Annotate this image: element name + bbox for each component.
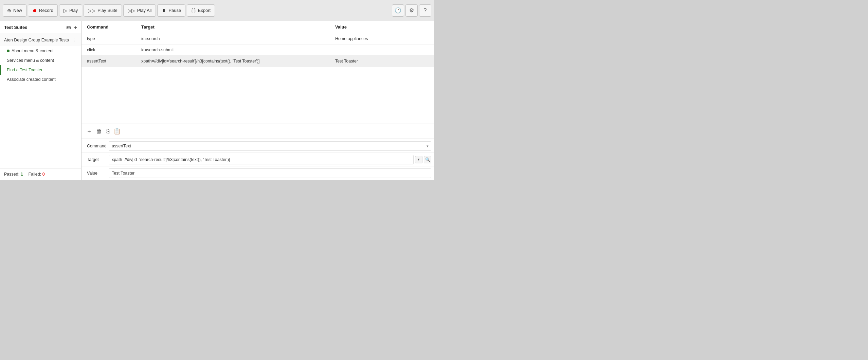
test-list: About menu & contentServices menu & cont… [0, 46, 81, 84]
add-suite-icon[interactable]: + [74, 24, 77, 30]
passed-value: 1 [21, 172, 23, 177]
cell-target: id=search-submit [136, 44, 330, 56]
value-input[interactable] [109, 168, 431, 178]
play-suite-label: Play Suite [97, 8, 117, 13]
failed-label: Failed: 0 [29, 172, 45, 177]
play-all-button[interactable]: ▷▷ Play All [123, 4, 156, 17]
command-tbody: typeid=searchHome appliancesclickid=sear… [82, 33, 434, 67]
play-suite-button[interactable]: ▷▷ Play Suite [84, 4, 122, 17]
sidebar-header: Test Suites 🗁 + [0, 21, 81, 34]
record-label: Record [39, 8, 53, 13]
target-search-icon[interactable]: 🔍 [424, 156, 431, 163]
cell-command: assertText [82, 56, 136, 67]
editor-target-field: ▾ 🔍 [109, 155, 434, 164]
cell-target: id=search [136, 33, 330, 44]
test-item-label: Find a Test Toaster [7, 68, 42, 72]
new-button[interactable]: ⊕ New [3, 4, 26, 17]
editor-command-row: Command assertText [82, 139, 434, 153]
sidebar-header-actions: 🗁 + [66, 24, 77, 30]
play-label: Play [69, 8, 78, 13]
cell-target: xpath=//div[id='search-result']/h3[conta… [136, 56, 330, 67]
editor-target-row: Target ▾ 🔍 [82, 153, 434, 166]
command-select-wrapper: assertText [109, 141, 431, 151]
paste-command-icon[interactable]: 📋 [113, 128, 121, 135]
folder-icon[interactable]: 🗁 [66, 24, 71, 30]
editor-command-label: Command [82, 140, 109, 152]
help-icon: ? [424, 7, 427, 14]
cell-command: click [82, 44, 136, 56]
play-button[interactable]: ▷ Play [59, 4, 82, 17]
new-label: New [13, 8, 22, 13]
sidebar-test-item[interactable]: Associate created content [0, 75, 81, 84]
col-header-target: Target [136, 21, 330, 33]
export-icon: { } [191, 8, 196, 13]
gear-icon: ⚙ [409, 7, 414, 14]
test-item-label: Services menu & content [7, 58, 54, 63]
toolbar: ⊕ New ⏺ Record ▷ Play ▷▷ Play Suite ▷▷ P… [0, 0, 434, 21]
sidebar-test-item[interactable]: Services menu & content [0, 56, 81, 65]
col-header-command: Command [82, 21, 136, 33]
test-item-label: About menu & content [12, 49, 54, 53]
editor-value-field [109, 168, 434, 178]
pause-button[interactable]: ⏸ Pause [157, 4, 185, 17]
cell-value: Test Toaster [330, 56, 434, 67]
suite-group: Aten Design Group Example Tests ⋮ About … [0, 34, 81, 168]
table-row[interactable]: clickid=search-submit [82, 44, 434, 56]
editor-command-field: assertText [109, 141, 434, 151]
target-input-wrapper: ▾ 🔍 [109, 155, 431, 164]
export-button[interactable]: { } Export [187, 4, 215, 17]
sidebar-test-item[interactable]: About menu & content [0, 46, 81, 56]
copy-command-icon[interactable]: ⎘ [106, 128, 109, 135]
add-command-icon[interactable]: ＋ [86, 127, 92, 135]
help-button[interactable]: ? [419, 4, 431, 17]
col-header-value: Value [330, 21, 434, 33]
export-label: Export [198, 8, 211, 13]
suite-name-row: Aten Design Group Example Tests ⋮ [0, 34, 81, 46]
command-select[interactable]: assertText [109, 141, 431, 151]
delete-command-icon[interactable]: 🗑 [96, 128, 102, 135]
record-icon: ⏺ [32, 8, 37, 13]
editor-value-row: Value [82, 166, 434, 180]
play-all-label: Play All [137, 8, 152, 13]
history-icon: 🕐 [395, 7, 401, 14]
play-suite-icon: ▷▷ [88, 8, 95, 13]
command-table: Command Target Value typeid=searchHome a… [82, 21, 434, 124]
table-row[interactable]: assertTextxpath=//div[id='search-result'… [82, 56, 434, 67]
history-button[interactable]: 🕐 [392, 4, 404, 17]
command-editor: Command assertText Target ▾ 🔍 [82, 139, 434, 180]
pause-icon: ⏸ [162, 8, 166, 13]
failed-value: 0 [42, 172, 45, 177]
editor-target-label: Target [82, 154, 109, 165]
content-area: Command Target Value typeid=searchHome a… [82, 21, 434, 180]
passed-label: Passed: 1 [4, 172, 23, 177]
test-status-dot [7, 50, 10, 52]
test-item-label: Associate created content [7, 77, 56, 82]
record-button[interactable]: ⏺ Record [28, 4, 58, 17]
table-row[interactable]: typeid=searchHome appliances [82, 33, 434, 44]
sidebar-test-item[interactable]: Find a Test Toaster [0, 65, 81, 75]
cell-value: Home appliances [330, 33, 434, 44]
editor-value-label: Value [82, 167, 109, 179]
sidebar-title: Test Suites [4, 25, 27, 30]
target-input[interactable] [109, 155, 414, 164]
cell-value [330, 44, 434, 56]
sidebar: Test Suites 🗁 + Aten Design Group Exampl… [0, 21, 82, 180]
toolbar-right: 🕐 ⚙ ? [392, 4, 431, 17]
suite-name-label: Aten Design Group Example Tests [4, 38, 69, 42]
play-icon: ▷ [64, 8, 67, 13]
main-area: Test Suites 🗁 + Aten Design Group Exampl… [0, 21, 434, 180]
sidebar-footer: Passed: 1 Failed: 0 [0, 168, 81, 180]
target-dropdown-icon[interactable]: ▾ [415, 156, 422, 163]
plus-circle-icon: ⊕ [7, 8, 11, 13]
settings-button[interactable]: ⚙ [405, 4, 418, 17]
suite-menu-icon[interactable]: ⋮ [71, 37, 77, 43]
play-all-icon: ▷▷ [128, 8, 135, 13]
pause-label: Pause [168, 8, 181, 13]
cell-command: type [82, 33, 136, 44]
table-actions: ＋ 🗑 ⎘ 📋 [82, 124, 434, 139]
